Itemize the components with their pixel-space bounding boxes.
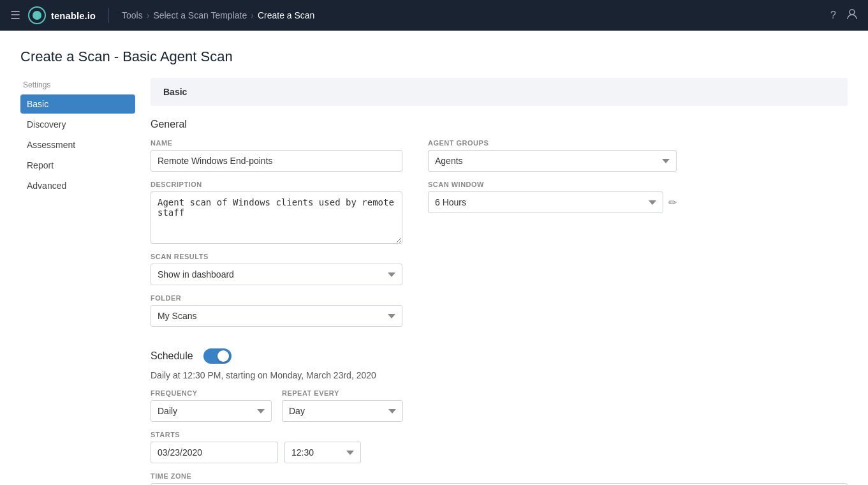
main-layout: Settings Basic Discovery Assessment Repo…: [0, 78, 868, 485]
description-field-group: DESCRIPTION: [151, 181, 402, 244]
schedule-title: Schedule: [151, 350, 193, 362]
sidebar-item-report[interactable]: Report: [20, 156, 135, 175]
general-right-col: AGENT GROUPS Agents SCAN WINDOW 6 Hours …: [428, 139, 677, 336]
sidebar-item-assessment[interactable]: Assessment: [20, 135, 135, 154]
repeat-group: REPEAT EVERY Day: [282, 389, 403, 422]
name-input[interactable]: [151, 150, 402, 172]
starts-label: STARTS: [151, 431, 278, 438]
scan-results-select[interactable]: Show in dashboard: [151, 264, 402, 285]
page-title: Create a Scan - Basic Agent Scan: [20, 48, 848, 65]
description-textarea[interactable]: [151, 191, 402, 244]
description-label: DESCRIPTION: [151, 181, 402, 188]
agent-groups-select[interactable]: Agents: [428, 150, 677, 172]
sidebar-item-basic[interactable]: Basic: [20, 94, 135, 114]
folder-label: FOLDER: [151, 294, 402, 302]
timezone-label: TIME ZONE: [151, 472, 848, 480]
main-content: Basic General NAME DESCRIPTION SCAN RESU…: [135, 78, 848, 485]
scan-window-field-group: SCAN WINDOW 6 Hours ✏: [428, 181, 677, 213]
repeat-select[interactable]: Day: [282, 400, 403, 422]
app-logo: tenable.io: [28, 6, 96, 24]
scan-window-edit-icon[interactable]: ✏: [668, 197, 677, 209]
sidebar-item-advanced[interactable]: Advanced: [20, 176, 135, 195]
starts-time-group: TIME 12:30: [284, 431, 361, 463]
scan-window-row: 6 Hours ✏: [428, 191, 677, 213]
general-two-col: NAME DESCRIPTION SCAN RESULTS Show in da…: [151, 139, 848, 336]
scan-window-label: SCAN WINDOW: [428, 181, 677, 188]
sidebar-section-label: Settings: [20, 80, 135, 89]
breadcrumb-tools[interactable]: Tools: [122, 10, 143, 20]
top-navigation: ☰ tenable.io Tools › Select a Scan Templ…: [0, 0, 868, 31]
starts-date-input[interactable]: [151, 442, 278, 463]
basic-section-title: Basic: [163, 87, 187, 97]
agent-groups-field-group: AGENT GROUPS Agents: [428, 139, 677, 172]
folder-select[interactable]: My Scans: [151, 305, 402, 327]
scan-window-select[interactable]: 6 Hours: [428, 191, 663, 213]
schedule-header: Schedule: [151, 348, 848, 364]
page-header: Create a Scan - Basic Agent Scan: [0, 31, 868, 78]
hamburger-menu[interactable]: ☰: [10, 8, 20, 22]
frequency-select[interactable]: Daily: [151, 400, 272, 422]
starts-date-group: STARTS: [151, 431, 278, 463]
svg-point-2: [850, 10, 855, 15]
starts-section: STARTS TIME 12:30: [151, 431, 848, 463]
schedule-toggle[interactable]: [203, 348, 232, 364]
frequency-row: FREQUENCY Daily REPEAT EVERY Day: [151, 389, 848, 422]
breadcrumb-select-template[interactable]: Select a Scan Template: [153, 10, 247, 20]
starts-time-select[interactable]: 12:30: [284, 442, 361, 463]
agent-groups-label: AGENT GROUPS: [428, 139, 677, 147]
timezone-group: TIME ZONE America/New York: [151, 472, 848, 485]
name-field-group: NAME: [151, 139, 402, 172]
folder-field-group: FOLDER My Scans: [151, 294, 402, 327]
breadcrumb: Tools › Select a Scan Template › Create …: [122, 10, 314, 20]
svg-point-1: [33, 11, 41, 20]
general-left-col: NAME DESCRIPTION SCAN RESULTS Show in da…: [151, 139, 402, 336]
basic-section-header: Basic: [151, 78, 848, 106]
general-section-title: General: [151, 119, 848, 130]
help-icon[interactable]: ?: [830, 10, 836, 21]
name-label: NAME: [151, 139, 402, 147]
frequency-group: FREQUENCY Daily: [151, 389, 272, 422]
nav-divider: [108, 8, 109, 23]
sidebar-item-discovery[interactable]: Discovery: [20, 115, 135, 134]
repeat-label: REPEAT EVERY: [282, 389, 403, 397]
starts-row: STARTS TIME 12:30: [151, 431, 848, 463]
user-icon[interactable]: [846, 8, 858, 22]
scan-results-field-group: SCAN RESULTS Show in dashboard: [151, 253, 402, 285]
frequency-label: FREQUENCY: [151, 389, 272, 397]
settings-sidebar: Settings Basic Discovery Assessment Repo…: [20, 78, 135, 485]
scan-results-label: SCAN RESULTS: [151, 253, 402, 260]
schedule-description: Daily at 12:30 PM, starting on Monday, M…: [151, 370, 848, 380]
breadcrumb-current: Create a Scan: [258, 10, 315, 20]
